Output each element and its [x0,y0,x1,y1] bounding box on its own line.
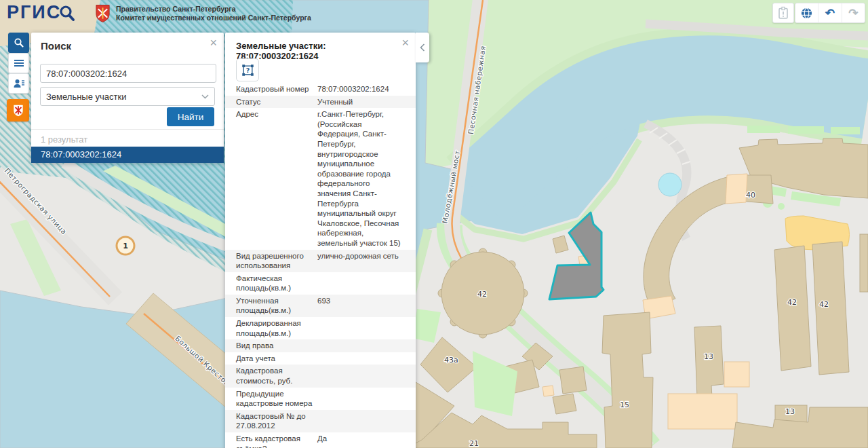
bld-label-13a: 13 [704,352,713,361]
search-close-icon[interactable]: × [210,37,217,49]
user-list-icon [13,78,25,89]
row-value [313,389,405,409]
parcel-info-panel: Земельные участки: 78:07:0003202:1624 × … [225,33,416,448]
row-label: Вид права [236,341,313,351]
info-close-icon[interactable]: × [401,37,409,49]
row-value: г.Санкт-Петербург, (Российская Федерация… [313,109,405,248]
logo-magnifier-icon [58,5,76,22]
menu-icon [14,59,24,68]
export-button[interactable] [772,3,794,23]
row-value [313,366,405,386]
row-value [313,411,405,431]
row-label: Статус [236,97,313,107]
search-panel: Поиск × Земельные участки Найти 1 резуль… [31,33,224,163]
bld-label-43a: 43а [444,356,458,365]
search-icon [14,37,24,48]
identify-question-icon: ? [241,64,254,77]
info-row: Вид разрешенного использованияулично-дор… [225,250,416,272]
undo-icon: ↶ [825,7,835,19]
marker-1-label: 1 [123,242,128,250]
find-button[interactable]: Найти [167,107,214,126]
row-value [313,354,405,364]
undo-button[interactable]: ↶ [818,3,841,22]
info-row: Декларированная площадь(кв.м.) [225,317,416,339]
info-row: Предыдущие кадастровые номера [225,388,416,410]
chevron-left-icon [420,43,425,52]
map-marker-1[interactable]: 1 [117,237,134,255]
redo-button[interactable]: ↷ [842,3,865,22]
search-divider [31,129,224,130]
app: 1 40 42 42 42 43а 43 21 15 13 13 Петрогр… [0,0,868,448]
spb-emblem-icon [12,103,25,118]
map-nav-group: ↶ ↷ [795,3,865,23]
bld-label-15: 15 [620,400,629,409]
government-line1: Правительство Санкт-Петербурга [116,5,311,14]
tool-search-button[interactable] [8,33,29,53]
app-logo[interactable]: РГИС [7,2,76,23]
info-row: Фактическая площадь(кв.м.) [225,272,416,295]
export-icon [776,6,790,20]
info-row: СтатусУчтенный [225,96,416,109]
info-row: Уточненная площадь(кв.м.)693 [225,295,416,317]
search-panel-title: Поиск [41,40,71,52]
identify-question-glyph: ? [245,66,250,73]
row-label: Вид разрешенного использования [236,251,313,271]
row-value: улично-дорожная сеть [313,251,405,271]
tool-account-button[interactable] [8,73,29,94]
info-row: Кадастровый № до 27.08.2012 [225,410,416,432]
parcel-attribute-rows: Кадастровый номер78:07:0003202:1624 Стат… [225,33,416,448]
row-label: Кадастровый номер [236,84,313,94]
row-label: Адрес [236,109,313,248]
row-value: 693 [313,296,405,316]
row-value [313,318,405,338]
info-row: Кадастровый номер78:07:0003202:1624 [225,83,416,96]
row-value: Да [313,434,405,448]
row-label: Фактическая площадь(кв.м.) [236,274,313,293]
chevron-down-icon [201,94,209,99]
info-row: Есть кадастровая съёмка?Да [225,432,416,448]
row-label: Предыдущие кадастровые номера [236,389,313,409]
bld-label-40: 40 [746,191,755,200]
spb-emblem-button[interactable] [7,99,29,122]
info-row: Дата учета [225,352,416,365]
panel-collapse-button[interactable] [416,33,429,62]
bld-label-21: 21 [469,439,479,448]
parcel-info-title: Земельные участки: 78:07:0003202:1624 [236,41,392,61]
globe-icon [800,7,813,20]
row-label: Есть кадастровая съёмка? [236,434,313,448]
row-label: Декларированная площадь(кв.м.) [236,318,313,338]
bld-label-42-round: 42 [477,290,487,299]
row-value: Учтенный [313,97,405,107]
bld-label-13b: 13 [785,407,795,416]
globe-button[interactable] [795,3,818,22]
info-row: Кадастровая стоимость, руб. [225,365,416,387]
search-category-value: Земельные участки [46,92,126,102]
government-block: Правительство Санкт-Петербурга Комитет и… [95,4,311,23]
identify-tool-button[interactable]: ? [236,58,259,81]
search-input[interactable] [40,64,216,83]
bld-label-42a: 42 [787,298,797,307]
government-line2: Комитет имущественных отношений Санкт-Пе… [116,14,311,22]
row-value [313,274,405,293]
bld-label-42b: 42 [819,300,829,309]
spb-coat-of-arms-icon [95,4,111,23]
redo-icon: ↷ [848,7,858,19]
search-category-select[interactable]: Земельные участки [40,87,215,106]
row-label: Дата учета [236,354,313,364]
row-value [313,341,405,351]
search-result-item[interactable]: 78:07:0003202:1624 [31,147,224,163]
info-row: Вид права [225,339,416,352]
row-value: 78:07:0003202:1624 [313,84,405,94]
row-label: Кадастровый № до 27.08.2012 [236,411,313,431]
row-label: Уточненная площадь(кв.м.) [236,296,313,316]
tool-layers-button[interactable] [8,53,29,73]
logo-text: РГИС [7,2,61,23]
info-row: Адресг.Санкт-Петербург, (Российская Феде… [225,108,416,249]
row-label: Кадастровая стоимость, руб. [236,366,313,386]
results-count: 1 результат [41,134,87,145]
